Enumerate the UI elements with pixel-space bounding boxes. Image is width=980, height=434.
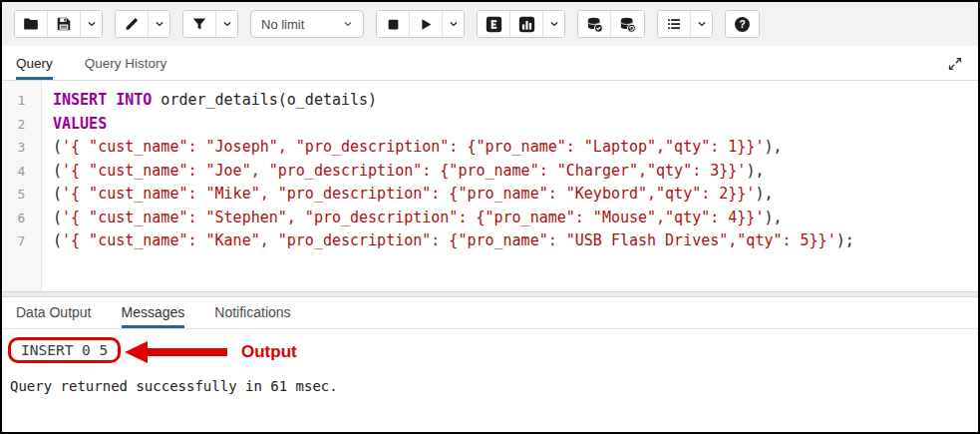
chevron-down-icon	[449, 19, 459, 29]
code-line[interactable]: ('{ "cust_name": "Joe", "pro_description…	[53, 160, 978, 184]
expand-button[interactable]	[944, 53, 966, 75]
line-number: 5	[2, 183, 41, 207]
explain-button[interactable]	[478, 11, 510, 37]
commit-button[interactable]	[578, 11, 611, 37]
query-toolbar: No limit	[2, 2, 978, 46]
line-number: 6	[2, 207, 41, 230]
tab-notifications[interactable]: Notifications	[214, 297, 290, 328]
explain-analyze-chart-icon	[518, 16, 535, 33]
folder-icon	[23, 16, 39, 32]
chevron-down-icon	[155, 19, 164, 29]
tab-query-history[interactable]: Query History	[85, 46, 167, 80]
tab-data-output[interactable]: Data Output	[16, 297, 92, 328]
rollback-database-icon	[619, 16, 636, 33]
line-number: 3	[2, 136, 41, 160]
sql-string: '{ "cust_name": "Joseph", "pro_descripti…	[62, 138, 764, 156]
code-line[interactable]: ('{ "cust_name": "Joseph", "pro_descript…	[53, 136, 978, 160]
macro-list-icon	[666, 16, 682, 32]
chevron-down-icon	[343, 19, 353, 29]
chevron-down-icon	[697, 19, 707, 29]
annotation-arrow-head	[125, 341, 148, 363]
sql-text: );	[836, 231, 854, 249]
transaction-button-group	[577, 10, 645, 38]
sql-text: (	[53, 185, 62, 203]
sql-text: (	[53, 231, 62, 249]
line-number: 2	[2, 113, 41, 137]
pencil-icon	[124, 16, 140, 32]
open-file-button[interactable]	[15, 11, 48, 37]
explain-analyze-button[interactable]	[510, 11, 543, 37]
sql-keyword: INSERT INTO	[53, 91, 152, 109]
messages-panel: INSERT 0 5 Output Query returned success…	[2, 329, 978, 432]
sql-editor[interactable]: 1234567 INSERT INTO order_details(o_deta…	[2, 81, 978, 291]
tab-messages[interactable]: Messages	[122, 297, 185, 328]
explain-e-icon	[486, 16, 502, 33]
tab-query[interactable]: Query	[16, 46, 53, 80]
sql-text: (	[53, 209, 62, 226]
macro-button-group	[657, 10, 713, 38]
filter-icon	[191, 16, 207, 32]
commit-database-icon	[586, 16, 603, 33]
explain-button-group	[477, 10, 565, 38]
save-button[interactable]	[48, 11, 81, 37]
help-button[interactable]: ?	[726, 11, 759, 37]
code-line[interactable]: ('{ "cust_name": "Stephen", "pro_descrip…	[53, 207, 978, 230]
help-button-group: ?	[725, 10, 760, 38]
filter-menu-button[interactable]	[216, 11, 237, 37]
code-line[interactable]: INSERT INTO order_details(o_details)	[53, 89, 978, 113]
code-lines[interactable]: INSERT INTO order_details(o_details)VALU…	[42, 81, 978, 291]
sql-string: '{ "cust_name": "Kane", "pro_description…	[62, 231, 836, 249]
line-number-gutter: 1234567	[2, 81, 42, 291]
status-message: Query returned successfully in 61 msec.	[10, 378, 970, 394]
code-line[interactable]: ('{ "cust_name": "Mike", "pro_descriptio…	[53, 183, 978, 207]
sql-text: order_details(o_details)	[152, 91, 377, 109]
macro-menu-button[interactable]	[691, 11, 712, 37]
sql-text: ),	[746, 162, 764, 180]
row-limit-select[interactable]: No limit	[250, 10, 364, 38]
play-icon	[419, 17, 434, 32]
line-number: 7	[2, 229, 41, 253]
save-menu-button[interactable]	[81, 11, 102, 37]
row-limit-value: No limit	[261, 17, 304, 32]
query-result-highlight: INSERT 0 5	[8, 337, 121, 363]
chevron-down-icon	[549, 19, 559, 29]
stop-icon	[386, 17, 401, 32]
help-question-icon: ?	[734, 16, 751, 33]
annotation-label: Output	[241, 342, 297, 362]
sql-text: ),	[764, 138, 782, 156]
expand-icon	[947, 56, 963, 72]
sql-text: ),	[755, 185, 773, 203]
sql-string: '{ "cust_name": "Joe", "pro_description"…	[62, 162, 746, 180]
svg-text:?: ?	[739, 18, 745, 29]
sql-text: ),	[764, 209, 782, 226]
explain-menu-button[interactable]	[543, 11, 564, 37]
editor-tab-bar: Query Query History	[2, 46, 978, 81]
file-button-group	[14, 10, 103, 38]
filter-button-group	[182, 10, 238, 38]
chevron-down-icon	[87, 19, 97, 29]
sql-keyword: VALUES	[53, 115, 107, 133]
sql-string: '{ "cust_name": "Stephen", "pro_descript…	[62, 209, 764, 226]
macro-button[interactable]	[658, 11, 691, 37]
sql-text: (	[53, 162, 62, 180]
code-line[interactable]: ('{ "cust_name": "Kane", "pro_descriptio…	[53, 229, 978, 253]
edit-menu-button[interactable]	[149, 11, 169, 37]
annotation-arrow-shaft	[146, 348, 227, 356]
sql-text: (	[53, 138, 62, 156]
edit-button[interactable]	[116, 11, 149, 37]
execute-button-group	[376, 10, 465, 38]
output-tab-bar: Data Output Messages Notifications	[2, 297, 978, 329]
edit-button-group	[115, 10, 170, 38]
filter-button[interactable]	[183, 11, 216, 37]
execute-button[interactable]	[410, 11, 443, 37]
sql-string: '{ "cust_name": "Mike", "pro_description…	[62, 185, 755, 203]
query-tool-window: No limit	[0, 0, 980, 434]
execute-menu-button[interactable]	[443, 11, 464, 37]
chevron-down-icon	[222, 19, 232, 29]
code-line[interactable]: VALUES	[53, 113, 978, 137]
stop-button[interactable]	[377, 11, 410, 37]
line-number: 1	[2, 89, 41, 113]
rollback-button[interactable]	[611, 11, 644, 37]
line-number: 4	[2, 160, 41, 184]
save-icon	[56, 16, 72, 32]
